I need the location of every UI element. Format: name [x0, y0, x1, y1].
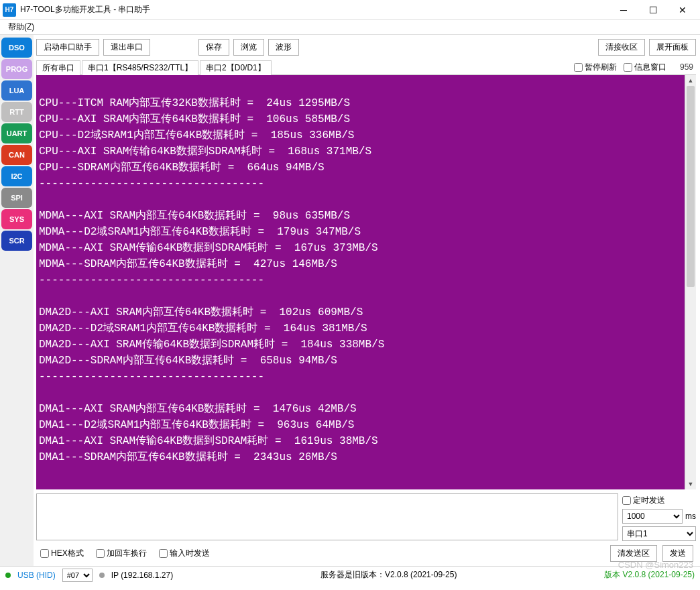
crlf-checkbox[interactable]: 加回车换行	[96, 548, 147, 559]
device-select[interactable]: #07	[62, 569, 93, 582]
save-button[interactable]: 保存	[198, 39, 229, 56]
statusbar: USB (HID) #07 IP (192.168.1.27) 服务器是旧版本：…	[0, 566, 700, 583]
timed-send-checkbox[interactable]: 定时发送	[622, 495, 696, 506]
interval-select[interactable]: 1000	[622, 509, 683, 524]
ip-status-dot	[99, 573, 105, 578]
send-button[interactable]: 发送	[662, 545, 693, 562]
ip-status: IP (192.168.1.27)	[111, 571, 174, 580]
tab-port2[interactable]: 串口2【D0/D1】	[200, 60, 272, 75]
scroll-up-arrow[interactable]: ▲	[685, 75, 696, 86]
send-options: HEX格式 加回车换行 输入时发送 清发送区 发送	[36, 541, 696, 566]
clear-send-button[interactable]: 清发送区	[610, 545, 657, 562]
info-window-checkbox[interactable]: 信息窗口	[624, 62, 666, 73]
minimize-button[interactable]: ─	[609, 0, 638, 20]
start-serial-button[interactable]: 启动串口助手	[36, 39, 99, 56]
sidebar-item-i2c[interactable]: I2C	[1, 166, 32, 186]
sidebar-item-lua[interactable]: LUA	[1, 80, 32, 101]
tabbar: 所有串口 串口1【RS485/RS232/TTL】 串口2【D0/D1】 暂停刷…	[36, 60, 696, 75]
recv-count: 959	[673, 62, 693, 72]
terminal-scrollbar[interactable]: ▲ ▼	[685, 75, 696, 489]
send-port-select[interactable]: 串口1	[622, 526, 696, 541]
clear-recv-button[interactable]: 清接收区	[598, 39, 645, 56]
toolbar: 启动串口助手 退出串口 保存 浏览 波形 清接收区 展开面板	[36, 38, 696, 60]
server-version: 服务器是旧版本：V2.0.8 (2021-09-25)	[180, 569, 597, 581]
sidebar-item-dso[interactable]: DSO	[1, 38, 32, 58]
sidebar: DSOPROGLUARTTUARTCANI2CSPISYSSCR	[0, 35, 34, 566]
sidebar-item-rtt[interactable]: RTT	[1, 102, 32, 122]
window-title: H7-TOOL多功能开发工具 - 串口助手	[20, 4, 609, 15]
usb-status: USB (HID)	[17, 571, 56, 580]
send-area: 定时发送 1000 ms 串口1	[36, 493, 696, 541]
titlebar: H7 H7-TOOL多功能开发工具 - 串口助手 ─ ☐ ✕	[0, 0, 700, 20]
sidebar-item-scr[interactable]: SCR	[1, 231, 32, 251]
browse-button[interactable]: 浏览	[233, 39, 264, 56]
tab-all-ports[interactable]: 所有串口	[36, 60, 80, 75]
hex-checkbox[interactable]: HEX格式	[40, 548, 84, 559]
sidebar-item-uart[interactable]: UART	[1, 123, 32, 143]
scroll-down-arrow[interactable]: ▼	[685, 479, 696, 489]
menu-help[interactable]: 帮助(Z)	[4, 20, 38, 34]
sidebar-item-can[interactable]: CAN	[1, 145, 32, 165]
echo-checkbox[interactable]: 输入时发送	[159, 548, 210, 559]
sidebar-item-spi[interactable]: SPI	[1, 188, 32, 208]
app-version: 版本 V2.0.8 (2021-09-25)	[604, 569, 695, 581]
terminal-output[interactable]: CPU---ITCM RAM内部互传32KB数据耗时 = 24us 1295MB…	[36, 75, 685, 489]
expand-panel-button[interactable]: 展开面板	[649, 39, 696, 56]
wave-button[interactable]: 波形	[268, 39, 299, 56]
usb-status-dot	[5, 573, 11, 578]
tab-port1[interactable]: 串口1【RS485/RS232/TTL】	[82, 60, 198, 75]
close-button[interactable]: ✕	[668, 0, 697, 20]
sidebar-item-sys[interactable]: SYS	[1, 209, 32, 229]
scroll-thumb[interactable]	[687, 86, 695, 287]
pause-refresh-checkbox[interactable]: 暂停刷新	[574, 62, 617, 73]
interval-unit: ms	[685, 512, 696, 521]
sidebar-item-prog[interactable]: PROG	[1, 59, 32, 79]
maximize-button[interactable]: ☐	[638, 0, 668, 20]
exit-serial-button[interactable]: 退出串口	[103, 39, 150, 56]
send-input[interactable]	[36, 493, 618, 540]
menubar: 帮助(Z)	[0, 20, 700, 35]
app-icon: H7	[3, 3, 16, 17]
